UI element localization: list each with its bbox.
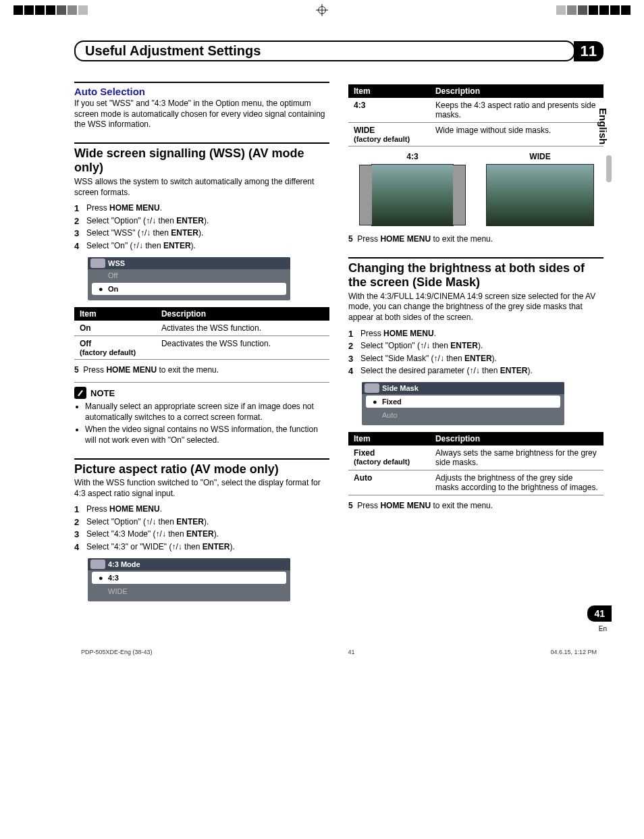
auto-selection-heading: Auto Selection xyxy=(74,82,329,97)
step: Select "WSS" (↑/↓ then ENTER). xyxy=(74,228,329,239)
wss-table: ItemDescription OnActivates the WSS func… xyxy=(74,307,329,360)
auto-selection-body: If you set "WSS" and "4:3 Mode" in the O… xyxy=(74,99,329,130)
table-row: 4:3Keeps the 4:3 aspect ratio and presen… xyxy=(348,98,603,123)
wss-body: WSS allows the system to switch automati… xyxy=(74,177,329,198)
step: Select "Option" (↑/↓ then ENTER). xyxy=(74,517,329,528)
footer-right: 04.6.15, 1:12 PM xyxy=(550,649,597,655)
chapter-header: Useful Adjustment Settings 11 xyxy=(74,40,603,61)
aspect-step5: 5 Press HOME MENU to exit the menu. xyxy=(348,234,603,245)
sidemask-steps: Press HOME MENU. Select "Option" (↑/↓ th… xyxy=(348,329,603,377)
footer: PDP-505XDE-Eng (38-43) 41 04.6.15, 1:12 … xyxy=(74,649,603,655)
thumb-index-stub xyxy=(606,155,612,182)
caption-wide: WIDE xyxy=(486,152,594,161)
note-icon xyxy=(74,387,86,399)
aspect-heading: Picture aspect ratio (AV mode only) xyxy=(74,458,329,477)
sidemask-step5: 5 Press HOME MENU to exit the menu. xyxy=(348,501,603,512)
table-row: AutoAdjusts the brightness of the grey s… xyxy=(348,470,603,495)
footer-mid: 41 xyxy=(348,649,355,655)
step: Select the desired parameter (↑/↓ then E… xyxy=(348,366,603,377)
menu-item: Off xyxy=(88,269,290,281)
wss-heading: Wide screen signalling (WSS) (AV mode on… xyxy=(74,142,329,175)
aspect-body: With the WSS function switched to "On", … xyxy=(74,478,329,499)
sidemask-heading: Changing the brightness at both sides of… xyxy=(348,257,603,290)
example-image-wide xyxy=(486,164,594,226)
menu-item-selected: Fixed xyxy=(366,396,560,408)
step: Press HOME MENU. xyxy=(74,504,329,515)
menu-icon xyxy=(90,259,105,268)
wss-step5: 5 Press HOME MENU to exit the menu. xyxy=(74,365,329,376)
wss-notes: Manually select an appropriate screen si… xyxy=(74,402,329,445)
list-item: Manually select an appropriate screen si… xyxy=(85,402,329,423)
step: Select "Option" (↑/↓ then ENTER). xyxy=(348,341,603,352)
step: Select "On" (↑/↓ then ENTER). xyxy=(74,241,329,252)
step: Select "Side Mask" (↑/↓ then ENTER). xyxy=(348,354,603,364)
note-header: NOTE xyxy=(74,382,329,399)
sidemask-table: ItemDescription Fixed(factory default)Al… xyxy=(348,432,603,495)
step: Press HOME MENU. xyxy=(74,203,329,214)
table-row: OnActivates the WSS function. xyxy=(74,321,329,336)
menu-item: WIDE xyxy=(88,585,290,597)
aspect-steps: Press HOME MENU. Select "Option" (↑/↓ th… xyxy=(74,504,329,552)
step: Press HOME MENU. xyxy=(348,329,603,340)
menu-icon xyxy=(365,383,379,393)
caption-43: 4:3 xyxy=(358,152,467,161)
menu-icon xyxy=(90,560,105,569)
table-row: Off(factory default)Deactivates the WSS … xyxy=(74,335,329,359)
aspect-examples: 4:3 WIDE xyxy=(348,152,603,226)
wss-menu-panel: WSS Off On xyxy=(88,257,290,300)
wss-steps: Press HOME MENU. Select "Option" (↑/↓ th… xyxy=(74,203,329,251)
footer-left: PDP-505XDE-Eng (38-43) xyxy=(81,649,153,655)
page-lang: En xyxy=(599,625,607,632)
language-tab: English xyxy=(597,108,609,144)
step: Select "4:3" or "WIDE" (↑/↓ then ENTER). xyxy=(74,542,329,553)
menu-item-selected: On xyxy=(92,283,286,295)
step: Select "4:3 Mode" (↑/↓ then ENTER). xyxy=(74,529,329,540)
table-row: Fixed(factory default)Always sets the sa… xyxy=(348,445,603,470)
step: Select "Option" (↑/↓ then ENTER). xyxy=(74,216,329,227)
sidemask-body: With the 4:3/FULL 14:9/CINEMA 14:9 scree… xyxy=(348,292,603,323)
chapter-title: Useful Adjustment Settings xyxy=(74,40,575,61)
list-item: When the video signal contains no WSS in… xyxy=(85,425,329,445)
aspect-table: ItemDescription 4:3Keeps the 4:3 aspect … xyxy=(348,84,603,146)
table-row: WIDE(factory default)Wide image without … xyxy=(348,123,603,146)
sidemask-menu-panel: Side Mask Fixed Auto xyxy=(362,382,564,425)
menu-item: Auto xyxy=(362,409,564,421)
example-image-43 xyxy=(371,164,454,226)
menu-item-selected: 4:3 xyxy=(92,572,286,584)
chapter-number-badge: 11 xyxy=(574,41,603,61)
aspect-menu-panel: 4:3 Mode 4:3 WIDE xyxy=(88,558,290,601)
page-number-badge: 41 xyxy=(587,605,612,622)
